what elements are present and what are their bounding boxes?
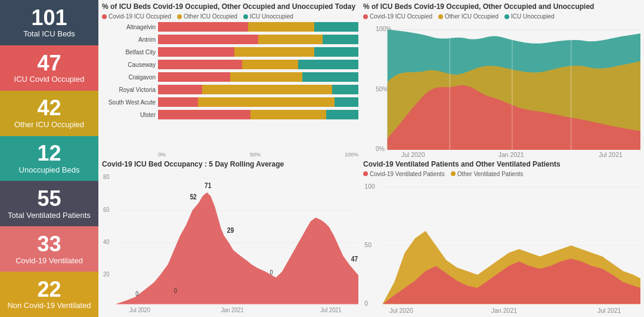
stat-number: 47 [37, 51, 61, 75]
bar-other [198, 97, 334, 107]
bottom-right-chart: 100 50 0 Jul 2020 Jan 2021 Jul 2021 [363, 180, 640, 315]
legend-item: ICU Unoccupied [504, 13, 555, 20]
svg-text:71: 71 [205, 181, 211, 189]
top-right-panel: % of ICU Beds Covid-19 Occupied, Other O… [363, 2, 640, 158]
legend-dot [102, 14, 107, 19]
bar-other [250, 110, 327, 119]
svg-text:Jul 2021: Jul 2021 [599, 151, 623, 157]
stat-label: Non Covid-19 Ventilated [7, 301, 91, 311]
bottom-right-panel: Covid-19 Ventilated Patients and Other V… [363, 160, 640, 315]
stat-card: 55 Total Ventilated Patients [0, 181, 98, 226]
svg-text:29: 29 [227, 226, 234, 234]
stat-card: 22 Non Covid-19 Ventilated [0, 272, 98, 317]
bar-unoccupied [323, 35, 358, 44]
bar-other [242, 60, 298, 69]
bar-covid [158, 110, 250, 119]
stat-card: 101 Total ICU Beds [0, 0, 98, 45]
svg-text:40: 40 [103, 238, 110, 245]
stat-number: 101 [31, 6, 67, 30]
svg-text:Jul 2020: Jul 2020 [129, 306, 150, 313]
top-right-legend: Covid-19 ICU OccupiedOther ICU OccupiedI… [363, 13, 640, 20]
bar-row: Antrim [102, 35, 358, 44]
bar-unoccupied [314, 47, 358, 57]
svg-text:50%: 50% [376, 85, 388, 92]
bar-unoccupied [314, 22, 358, 32]
stat-label: Unoccupied Beds [19, 165, 80, 176]
svg-text:80: 80 [103, 173, 110, 180]
stat-number: 55 [37, 187, 61, 211]
bar-covid [158, 22, 248, 32]
bar-track [158, 85, 358, 94]
legend-item: ICU Unoccupied [243, 13, 293, 20]
bar-row: Ulster [102, 110, 358, 119]
stat-card: 33 Covid-19 Ventilated [0, 226, 98, 272]
bottom-left-chart: 80 60 40 20 71 52 29 47 [102, 171, 358, 315]
bar-row: Craigavon [102, 72, 358, 82]
bar-label: Royal Victoria [102, 87, 156, 93]
stat-card: 12 Unoccupied Beds [0, 136, 98, 181]
legend-dot [438, 14, 443, 19]
axis-label: 0% [158, 152, 166, 158]
stat-label: Covid-19 Ventilated [16, 256, 83, 266]
bar-track [158, 72, 358, 82]
stat-number: 22 [37, 278, 61, 301]
svg-text:Jan 2021: Jan 2021 [221, 306, 244, 313]
legend-item: Other ICU Occupied [438, 13, 499, 20]
svg-text:52: 52 [190, 193, 196, 201]
bar-unoccupied [332, 85, 358, 94]
stat-label: Other ICU Occupied [14, 120, 84, 130]
sidebar: 101 Total ICU Beds 47 ICU Covid Occupied… [0, 0, 98, 317]
legend-dot [451, 171, 456, 176]
top-right-title: % of ICU Beds Covid-19 Occupied, Other O… [363, 2, 640, 11]
svg-text:20: 20 [103, 270, 110, 278]
bar-chart: Altnagelvin Antrim Belfast City Causeway… [102, 22, 358, 150]
svg-text:0: 0 [174, 287, 177, 294]
bottom-left-panel: Covid-19 ICU Bed Occupancy : 5 Day Rolli… [102, 160, 358, 315]
svg-text:50: 50 [364, 241, 371, 248]
legend-item: Other ICU Occupied [177, 13, 237, 20]
svg-text:47: 47 [351, 255, 358, 263]
stat-number: 12 [37, 141, 61, 165]
legend-dot [363, 14, 368, 19]
svg-text:Jul 2021: Jul 2021 [597, 306, 621, 313]
legend-dot [504, 14, 509, 19]
bar-covid [158, 85, 202, 94]
bottom-charts-row: Covid-19 ICU Bed Occupancy : 5 Day Rolli… [102, 160, 640, 315]
main-content: % of ICU Beds Covid-19 Occupied, Other O… [98, 0, 644, 317]
legend-item: Covid-19 ICU Occupied [363, 13, 432, 20]
bar-unoccupied [302, 72, 358, 82]
svg-text:Jul 2021: Jul 2021 [321, 306, 342, 313]
legend-item: Covid-19 Ventilated Patients [363, 171, 445, 177]
bar-row: Royal Victoria [102, 85, 358, 94]
bottom-right-title: Covid-19 Ventilated Patients and Other V… [363, 160, 640, 168]
bar-covid [158, 72, 230, 82]
stat-label: Total Ventilated Patients [8, 211, 91, 221]
bottom-right-legend: Covid-19 Ventilated PatientsOther Ventil… [363, 171, 640, 177]
bar-covid [158, 35, 258, 44]
svg-text:0: 0 [135, 290, 138, 297]
legend-dot [243, 14, 248, 19]
bar-label: Altnagelvin [102, 24, 156, 30]
svg-text:Jan 2021: Jan 2021 [491, 306, 517, 313]
legend-dot [177, 14, 182, 19]
svg-text:Jan 2021: Jan 2021 [499, 151, 524, 157]
top-left-panel: % of ICU Beds Covid-19 Occupied, Other O… [102, 2, 358, 158]
stat-card: 42 Other ICU Occupied [0, 91, 98, 136]
stat-number: 42 [37, 96, 61, 120]
bar-label: Craigavon [102, 74, 156, 81]
svg-text:0: 0 [364, 299, 368, 306]
legend-item: Other Ventilated Patients [451, 171, 524, 177]
bar-other [202, 85, 332, 94]
bar-track [158, 22, 358, 32]
bar-label: Ulster [102, 112, 156, 118]
bottom-left-title: Covid-19 ICU Bed Occupancy : 5 Day Rolli… [102, 160, 358, 168]
bar-label: Causeway [102, 61, 156, 68]
bar-row: Altnagelvin [102, 22, 358, 32]
axis-label: 50% [250, 152, 261, 158]
bar-row: Belfast City [102, 47, 358, 57]
bar-label: Antrim [102, 36, 156, 43]
bar-label: Belfast City [102, 49, 156, 56]
svg-text:60: 60 [103, 206, 110, 213]
stat-label: Total ICU Beds [23, 29, 75, 39]
bar-unoccupied [326, 110, 358, 119]
